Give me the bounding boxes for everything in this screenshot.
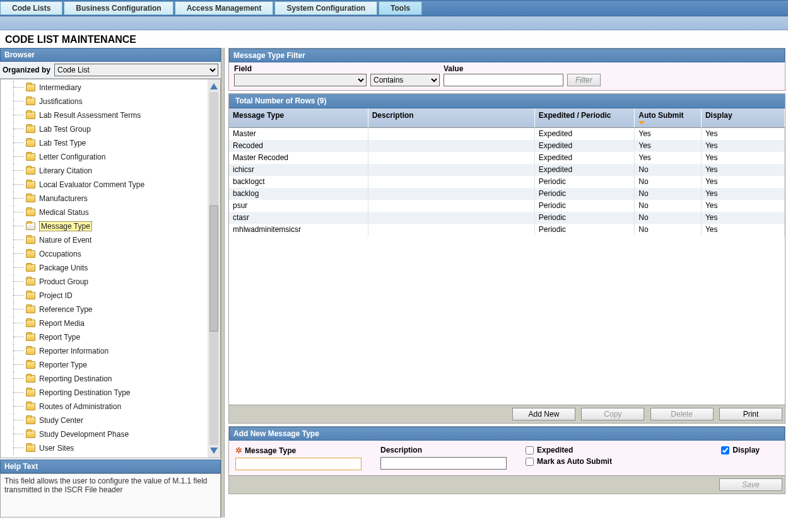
- table-row[interactable]: ctasrPeriodicNoYes: [229, 212, 785, 224]
- tree-item[interactable]: Literary Citation: [6, 164, 220, 178]
- table-cell: Expedited: [534, 164, 634, 176]
- table-cell: [368, 164, 534, 176]
- tree-item[interactable]: Local Evaluator Comment Type: [6, 178, 220, 192]
- col-description[interactable]: Description: [368, 108, 534, 128]
- col-message-type[interactable]: Message Type: [229, 108, 368, 128]
- tree-item[interactable]: Reference Type: [6, 303, 220, 316]
- table-cell: Yes: [701, 200, 784, 212]
- auto-submit-checkbox[interactable]: [526, 458, 534, 466]
- organized-by-select[interactable]: Code List: [54, 64, 218, 76]
- table-row[interactable]: backlogPeriodicNoYes: [229, 188, 785, 200]
- nav-system-config[interactable]: System Configuration: [274, 1, 377, 15]
- tree-item[interactable]: Reporting Destination Type: [6, 386, 220, 400]
- tree-item-label: Literary Citation: [39, 166, 92, 175]
- tree-item-label: Medical Status: [39, 208, 89, 217]
- folder-icon: [26, 375, 35, 383]
- table-row[interactable]: ichicsrExpeditedNoYes: [229, 164, 785, 176]
- folder-icon: [26, 417, 35, 424]
- scroll-up-icon[interactable]: [210, 83, 218, 90]
- tree-item[interactable]: Intermediary: [6, 81, 220, 95]
- tree-item-label: Package Units: [39, 263, 88, 272]
- col-auto-submit[interactable]: Auto Submit: [635, 108, 702, 128]
- folder-icon: [26, 403, 35, 410]
- table-row[interactable]: psurPeriodicNoYes: [229, 200, 785, 212]
- folder-icon: [26, 112, 35, 119]
- display-checkbox[interactable]: [721, 446, 729, 454]
- tree-item[interactable]: Message Type: [6, 219, 220, 233]
- tree-item[interactable]: Package Units: [6, 261, 220, 275]
- table-row[interactable]: RecodedExpeditedYesYes: [229, 140, 785, 152]
- tree-item[interactable]: Reporting Destination: [6, 372, 220, 386]
- tree-item-label: Letter Configuration: [39, 153, 105, 161]
- tree-item-label: Reporter Information: [39, 347, 109, 356]
- tree-item[interactable]: Routes of Administration: [6, 400, 220, 413]
- tree-item[interactable]: Report Media: [6, 316, 220, 330]
- filter-operator-select[interactable]: Contains: [370, 74, 440, 86]
- tree-item[interactable]: Reporter Type: [6, 358, 220, 372]
- tree-item[interactable]: Medical Status: [6, 205, 220, 219]
- table-row[interactable]: Master RecodedExpeditedYesYes: [229, 152, 785, 164]
- tree-item[interactable]: Project ID: [6, 289, 220, 303]
- tree-item-label: Study Development Phase: [39, 430, 129, 439]
- filter-button[interactable]: Filter: [567, 74, 601, 86]
- expedited-checkbox[interactable]: [526, 446, 534, 454]
- tree-item[interactable]: Reporter Information: [6, 344, 220, 358]
- tree-item[interactable]: Letter Configuration: [6, 150, 220, 164]
- filter-value-input[interactable]: [444, 74, 563, 86]
- table-cell: Yes: [701, 128, 784, 140]
- nav-code-lists[interactable]: Code Lists: [0, 1, 62, 15]
- nav-tools[interactable]: Tools: [379, 1, 422, 15]
- col-display[interactable]: Display: [701, 108, 784, 128]
- tree-item[interactable]: Occupations: [6, 247, 220, 261]
- folder-icon: [26, 181, 35, 188]
- table-cell: Periodic: [534, 188, 634, 200]
- table-cell: ichicsr: [229, 164, 368, 176]
- table-cell: [368, 224, 534, 236]
- page-title: CODE LIST MAINTENANCE: [0, 30, 788, 48]
- tree-scrollbar[interactable]: [208, 79, 220, 458]
- folder-icon: [26, 125, 35, 133]
- tree-item[interactable]: Lab Test Group: [6, 122, 220, 136]
- auto-submit-label: Mark as Auto Submit: [537, 457, 612, 466]
- tree-item[interactable]: Lab Test Type: [6, 136, 220, 150]
- tree-item[interactable]: User Sites: [6, 441, 220, 455]
- folder-icon: [26, 153, 35, 161]
- tree-item[interactable]: Product Group: [6, 275, 220, 289]
- table-cell: [368, 176, 534, 188]
- folder-icon: [26, 250, 35, 258]
- table-cell: Periodic: [534, 224, 634, 236]
- table-row[interactable]: MasterExpeditedYesYes: [229, 128, 785, 140]
- folder-icon: [26, 278, 35, 286]
- description-input[interactable]: [380, 457, 507, 470]
- scroll-thumb[interactable]: [209, 205, 218, 332]
- tree-item[interactable]: Lab Result Assessment Terms: [6, 108, 220, 122]
- tree-item[interactable]: Manufacturers: [6, 192, 220, 205]
- tree-item[interactable]: Report Type: [6, 330, 220, 344]
- tree-item-label: Lab Test Group: [39, 125, 91, 134]
- display-label: Display: [732, 446, 760, 454]
- table-cell: mhlwadminitemsicsr: [229, 224, 368, 236]
- nav-access-mgmt[interactable]: Access Management: [175, 1, 274, 15]
- nav-business-config[interactable]: Business Configuration: [64, 1, 173, 15]
- tree-item[interactable]: Study Development Phase: [6, 427, 220, 441]
- delete-button[interactable]: Delete: [650, 408, 714, 420]
- tree-item-label: Report Media: [39, 319, 85, 328]
- tree-item[interactable]: Justifications: [6, 95, 220, 108]
- organized-by-label: Organized by: [3, 66, 50, 74]
- scroll-down-icon[interactable]: [210, 448, 218, 454]
- table-cell: Yes: [701, 152, 784, 164]
- add-new-button[interactable]: Add New: [512, 408, 575, 420]
- col-expedited[interactable]: Expedited / Periodic: [534, 108, 634, 128]
- copy-button[interactable]: Copy: [581, 408, 644, 420]
- table-cell: Yes: [701, 164, 784, 176]
- tree-item[interactable]: Nature of Event: [6, 233, 220, 247]
- table-cell: [368, 128, 534, 140]
- table-row[interactable]: mhlwadminitemsicsrPeriodicNoYes: [229, 224, 785, 236]
- folder-icon: [26, 209, 35, 216]
- print-button[interactable]: Print: [719, 408, 782, 420]
- message-type-input[interactable]: [235, 458, 362, 470]
- filter-field-select[interactable]: [234, 74, 367, 86]
- save-button[interactable]: Save: [719, 478, 782, 491]
- tree-item[interactable]: Study Center: [6, 413, 220, 427]
- table-row[interactable]: backlogctPeriodicNoYes: [229, 176, 785, 188]
